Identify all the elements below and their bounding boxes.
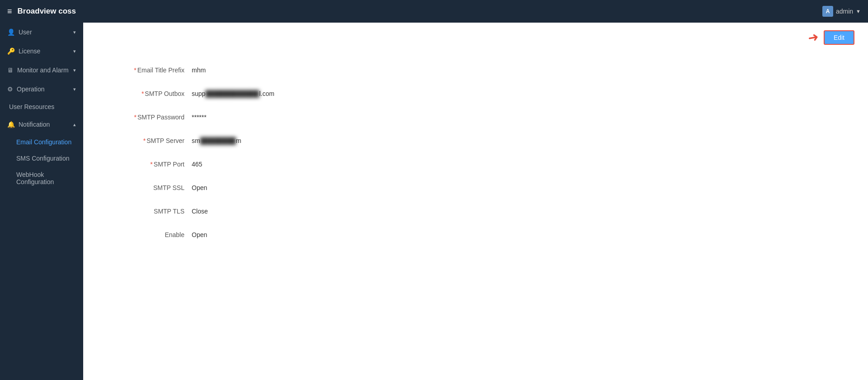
value-smtp-outbox: supp████████████l.com [192,90,274,97]
form-row-smtp-port: *SMTP Port 465 [101,157,850,171]
sidebar-label-user-resources: User Resources [9,103,54,110]
label-enable: Enable [101,231,192,238]
admin-chevron-icon[interactable]: ▼ [856,9,861,14]
label-smtp-tls: SMTP TLS [101,208,192,215]
sidebar-label-webhook-config: WebHook Configuration [16,171,76,185]
arrow-indicator-icon: ➜ [807,29,819,45]
sidebar-label-sms-config: SMS Configuration [16,155,70,162]
sidebar-label-email-config: Email Configuration [16,138,71,146]
license-icon: 🔑 [7,48,15,55]
blurred-server: ████████ [200,137,236,144]
sidebar-label-notification: Notification [19,121,50,128]
sidebar-item-user-resources[interactable]: User Resources [0,99,83,115]
sidebar-item-operation[interactable]: ⚙ Operation ▾ [0,80,83,99]
form-row-enable: Enable Open [101,228,850,242]
value-smtp-password: ****** [192,114,207,121]
form-row-smtp-server: *SMTP Server sm████████m [101,133,850,148]
top-action-bar: ➜ Edit [83,23,868,49]
value-smtp-server: sm████████m [192,137,241,144]
value-smtp-port: 465 [192,161,202,168]
sidebar-label-operation: Operation [17,86,44,93]
sidebar-item-notification[interactable]: 🔔 Notification ▴ [0,115,83,134]
label-smtp-port: *SMTP Port [101,161,192,168]
app-title: Broadview coss [18,7,76,16]
sidebar-item-license[interactable]: 🔑 License ▾ [0,42,83,61]
user-icon: 👤 [7,28,15,36]
sidebar: 👤 User ▾ 🔑 License ▾ 🖥 Monitor and Alarm… [0,23,83,380]
layout: 👤 User ▾ 🔑 License ▾ 🖥 Monitor and Alarm… [0,23,868,380]
form-row-smtp-password: *SMTP Password ****** [101,110,850,124]
navbar-left: ≡ Broadview coss [7,7,76,16]
edit-button-wrapper: ➜ Edit [808,30,854,45]
navbar: ≡ Broadview coss A admin ▼ [0,0,868,23]
admin-label: admin [836,8,853,15]
value-enable: Open [192,231,207,238]
chevron-down-icon: ▾ [73,67,76,73]
notification-icon: 🔔 [7,121,15,128]
label-email-title-prefix: *Email Title Prefix [101,66,192,74]
form-row-smtp-tls: SMTP TLS Close [101,204,850,218]
edit-button[interactable]: Edit [824,30,854,45]
label-smtp-server: *SMTP Server [101,137,192,144]
blurred-outbox: ████████████ [205,90,259,97]
admin-avatar: A [822,6,833,17]
sidebar-label-license: License [19,48,40,55]
monitor-icon: 🖥 [7,66,14,74]
sidebar-item-webhook-config[interactable]: WebHook Configuration [0,166,83,190]
sidebar-item-email-config[interactable]: Email Configuration [0,134,83,150]
value-smtp-ssl: Open [192,184,207,191]
chevron-down-icon: ▾ [73,86,76,92]
value-email-title-prefix: mhm [192,66,206,74]
label-smtp-ssl: SMTP SSL [101,184,192,191]
main-content: ➜ Edit *Email Title Prefix mhm *SMTP Out… [83,23,868,380]
sidebar-item-monitor-alarm[interactable]: 🖥 Monitor and Alarm ▾ [0,61,83,80]
form-row-email-title-prefix: *Email Title Prefix mhm [101,63,850,77]
chevron-down-icon: ▾ [73,29,76,35]
label-smtp-password: *SMTP Password [101,114,192,121]
hamburger-icon[interactable]: ≡ [7,7,12,16]
navbar-right: A admin ▼ [822,6,861,17]
operation-icon: ⚙ [7,86,13,93]
chevron-down-icon: ▾ [73,48,76,54]
form-row-smtp-outbox: *SMTP Outbox supp████████████l.com [101,86,850,101]
sidebar-item-user[interactable]: 👤 User ▾ [0,23,83,42]
email-config-form: *Email Title Prefix mhm *SMTP Outbox sup… [83,49,868,380]
label-smtp-outbox: *SMTP Outbox [101,90,192,97]
sidebar-item-sms-config[interactable]: SMS Configuration [0,150,83,166]
form-row-smtp-ssl: SMTP SSL Open [101,180,850,195]
sidebar-label-user: User [19,28,32,36]
chevron-up-icon: ▴ [73,122,76,128]
value-smtp-tls: Close [192,208,208,215]
sidebar-label-monitor-alarm: Monitor and Alarm [17,66,69,74]
